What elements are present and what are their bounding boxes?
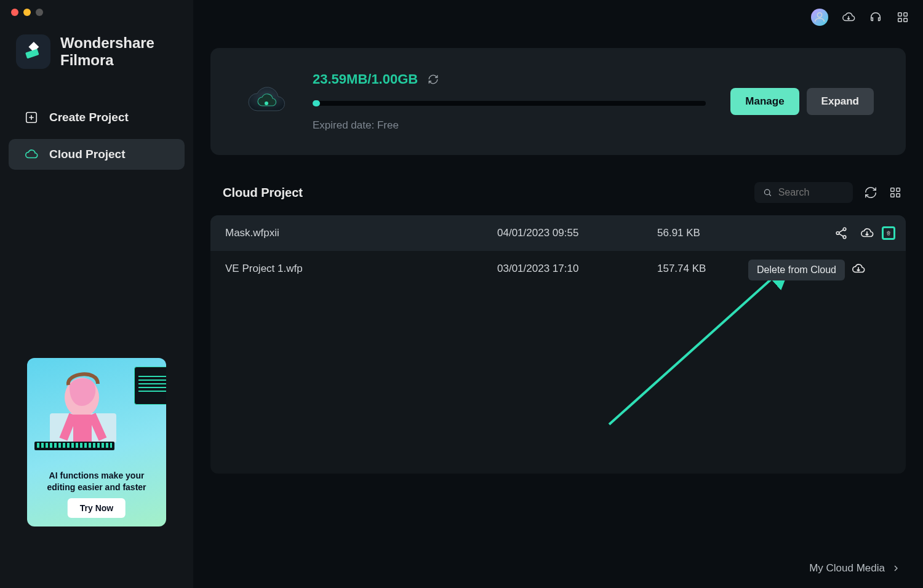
- expired-value: Free: [377, 119, 399, 131]
- sidebar-item-cloud-project[interactable]: Cloud Project: [9, 139, 185, 170]
- apps-grid-icon[interactable]: [896, 10, 909, 24]
- close-window-button[interactable]: [11, 9, 18, 16]
- storage-card: 23.59MB/1.00GB Expired date: Free Manage…: [210, 48, 906, 155]
- promo-waveform-graphic: [34, 442, 114, 450]
- svg-rect-14: [897, 188, 900, 192]
- file-name: Mask.wfpxii: [225, 227, 497, 239]
- tooltip-delete-from-cloud: Delete from Cloud: [748, 260, 845, 280]
- svg-rect-16: [897, 194, 900, 197]
- svg-rect-13: [891, 188, 895, 192]
- svg-rect-15: [891, 194, 895, 197]
- storage-progress-fill: [313, 100, 320, 106]
- svg-point-11: [265, 101, 268, 105]
- svg-point-0: [817, 13, 821, 17]
- refresh-storage-icon[interactable]: [428, 74, 439, 85]
- sidebar-item-create-project[interactable]: Create Project: [9, 102, 185, 133]
- grid-view-icon[interactable]: [889, 186, 902, 199]
- file-name: VE Project 1.wfp: [225, 263, 497, 275]
- storage-progress-bar: [313, 101, 706, 106]
- refresh-list-icon[interactable]: [864, 186, 877, 199]
- footer-link-label: My Cloud Media: [809, 562, 885, 574]
- plus-box-icon: [25, 111, 38, 124]
- file-date: 04/01/2023 09:55: [497, 227, 657, 239]
- sidebar-item-label: Create Project: [49, 111, 129, 124]
- promo-illustration: [27, 358, 166, 455]
- support-headset-icon[interactable]: [869, 10, 882, 24]
- sidebar: Wondershare Filmora Create Project Cloud…: [0, 0, 193, 588]
- promo-person-image: [46, 365, 121, 451]
- user-avatar[interactable]: [811, 9, 828, 26]
- minimize-window-button[interactable]: [23, 9, 31, 16]
- promo-panel-graphic: [134, 367, 166, 405]
- storage-usage-label: 23.59MB/1.00GB: [313, 71, 418, 87]
- expired-prefix: Expired date:: [313, 119, 377, 131]
- storage-expired-label: Expired date: Free: [313, 119, 706, 132]
- brand: Wondershare Filmora: [0, 34, 193, 69]
- chevron-right-icon: [891, 563, 901, 573]
- cloud-storage-icon: [245, 80, 288, 123]
- cloud-download-icon[interactable]: [842, 10, 855, 24]
- manage-button[interactable]: Manage: [730, 88, 799, 115]
- topbar: [811, 9, 909, 26]
- download-icon[interactable]: [860, 226, 874, 240]
- search-input[interactable]: [778, 187, 844, 198]
- maximize-window-button[interactable]: [36, 9, 43, 16]
- file-list: Mask.wfpxii 04/01/2023 09:55 56.91 KB VE…: [210, 215, 906, 474]
- sidebar-item-label: Cloud Project: [49, 148, 126, 161]
- brand-logo-icon: [16, 34, 50, 69]
- file-date: 03/01/2023 17:10: [497, 263, 657, 275]
- list-header: Cloud Project: [210, 182, 906, 203]
- storage-actions: Manage Expand: [730, 88, 874, 115]
- svg-point-12: [764, 189, 770, 195]
- svg-rect-4: [904, 18, 908, 22]
- list-title: Cloud Project: [223, 186, 303, 200]
- svg-rect-3: [898, 18, 902, 22]
- search-icon: [763, 187, 772, 198]
- brand-line1: Wondershare: [60, 34, 154, 52]
- list-tools: [754, 182, 902, 203]
- download-icon[interactable]: [852, 262, 865, 276]
- promo-caption-line2: editing easier and faster: [27, 482, 166, 493]
- brand-line2: Filmora: [60, 52, 154, 69]
- file-size: 56.91 KB: [657, 227, 780, 239]
- my-cloud-media-link[interactable]: My Cloud Media: [809, 562, 901, 574]
- share-icon[interactable]: [834, 226, 848, 240]
- promo-caption-line1: AI functions make your: [27, 470, 166, 482]
- svg-rect-2: [904, 13, 908, 17]
- delete-icon[interactable]: [882, 226, 895, 240]
- expand-button[interactable]: Expand: [807, 88, 874, 115]
- storage-info: 23.59MB/1.00GB Expired date: Free: [313, 71, 706, 132]
- main-content: 23.59MB/1.00GB Expired date: Free Manage…: [193, 0, 923, 588]
- brand-text: Wondershare Filmora: [60, 34, 154, 68]
- search-box[interactable]: [754, 182, 853, 203]
- window-controls: [11, 9, 43, 16]
- svg-rect-1: [898, 13, 902, 17]
- promo-try-now-button[interactable]: Try Now: [68, 498, 126, 518]
- file-row-actions: [780, 226, 891, 240]
- promo-card: AI functions make your editing easier an…: [27, 358, 166, 526]
- file-row[interactable]: Mask.wfpxii 04/01/2023 09:55 56.91 KB: [210, 215, 906, 251]
- cloud-icon: [25, 148, 38, 161]
- promo-caption: AI functions make your editing easier an…: [27, 470, 166, 493]
